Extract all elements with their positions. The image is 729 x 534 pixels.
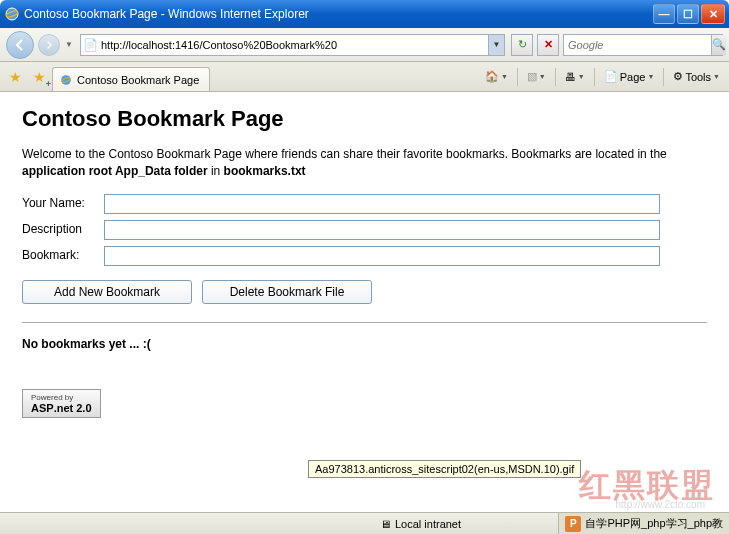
refresh-button[interactable]: ↻ [511, 34, 533, 56]
tab-bar: ★ ★+ Contoso Bookmark Page 🏠▼ ▧▼ 🖶▼ 📄Pag… [0, 62, 729, 92]
description-label: Description [22, 220, 104, 236]
back-button[interactable] [6, 31, 34, 59]
divider [22, 322, 707, 323]
bookmark-input[interactable] [104, 246, 660, 266]
zone-label: Local intranet [395, 518, 461, 530]
favorites-star-icon[interactable]: ★ [4, 66, 26, 88]
name-input[interactable] [104, 194, 660, 214]
page-icon: 📄 [81, 38, 99, 52]
feeds-button[interactable]: ▧▼ [522, 66, 551, 88]
aspnet-badge: Powered by ASP.net 2.0 [22, 389, 101, 418]
watermark-text: 红黑联盟 [579, 464, 715, 508]
search-input[interactable] [564, 39, 711, 51]
page-menu-button[interactable]: 📄Page▼ [599, 66, 660, 88]
intro-text: Welcome to the Contoso Bookmark Page whe… [22, 146, 707, 180]
forward-button[interactable] [38, 34, 60, 56]
name-label: Your Name: [22, 194, 104, 210]
window-titlebar: Contoso Bookmark Page - Windows Internet… [0, 0, 729, 28]
search-button[interactable]: 🔍 [711, 35, 726, 55]
address-dropdown[interactable]: ▼ [488, 35, 504, 55]
page-menu-label: Page [620, 71, 646, 83]
window-title: Contoso Bookmark Page - Windows Internet… [24, 7, 653, 21]
watermark-url: http://www.2cto.com [616, 499, 705, 510]
home-button[interactable]: 🏠▼ [480, 66, 513, 88]
description-input[interactable] [104, 220, 660, 240]
stop-button[interactable]: ✕ [537, 34, 559, 56]
delete-bookmark-file-button[interactable]: Delete Bookmark File [202, 280, 372, 304]
gear-icon: ⚙ [673, 70, 683, 83]
tools-menu-button[interactable]: ⚙Tools▼ [668, 66, 725, 88]
attribution-text: 自学PHP网_php学习_php教 [585, 516, 723, 531]
nav-history-dropdown[interactable]: ▼ [64, 35, 74, 55]
ie-icon [4, 6, 20, 22]
intranet-icon: 🖥 [380, 518, 391, 530]
tools-menu-label: Tools [685, 71, 711, 83]
tab-active[interactable]: Contoso Bookmark Page [52, 67, 210, 91]
security-zone: 🖥 Local intranet [380, 518, 461, 530]
home-icon: 🏠 [485, 70, 499, 83]
attribution-badge: P 自学PHP网_php学习_php教 [558, 513, 729, 534]
nav-toolbar: ▼ 📄 ▼ ↻ ✕ 🔍 [0, 28, 729, 62]
no-bookmarks-text: No bookmarks yet ... :( [22, 337, 707, 351]
page-content: Contoso Bookmark Page Welcome to the Con… [0, 92, 729, 432]
minimize-button[interactable]: — [653, 4, 675, 24]
print-button[interactable]: 🖶▼ [560, 66, 590, 88]
address-bar: 📄 ▼ [80, 34, 505, 56]
print-icon: 🖶 [565, 71, 576, 83]
rss-icon: ▧ [527, 70, 537, 83]
page-icon-small: 📄 [604, 70, 618, 83]
p-icon: P [565, 516, 581, 532]
add-bookmark-button[interactable]: Add New Bookmark [22, 280, 192, 304]
url-input[interactable] [99, 35, 488, 55]
maximize-button[interactable]: ☐ [677, 4, 699, 24]
bookmark-label: Bookmark: [22, 246, 104, 262]
page-heading: Contoso Bookmark Page [22, 106, 707, 132]
add-favorites-icon[interactable]: ★+ [28, 66, 50, 88]
image-tooltip: Aa973813.anticross_sitescript02(en-us,MS… [308, 460, 581, 478]
close-button[interactable]: ✕ [701, 4, 725, 24]
status-bar: 🖥 Local intranet P 自学PHP网_php学习_php教 [0, 512, 729, 534]
tab-title: Contoso Bookmark Page [77, 74, 199, 86]
search-box: 🔍 [563, 34, 723, 56]
